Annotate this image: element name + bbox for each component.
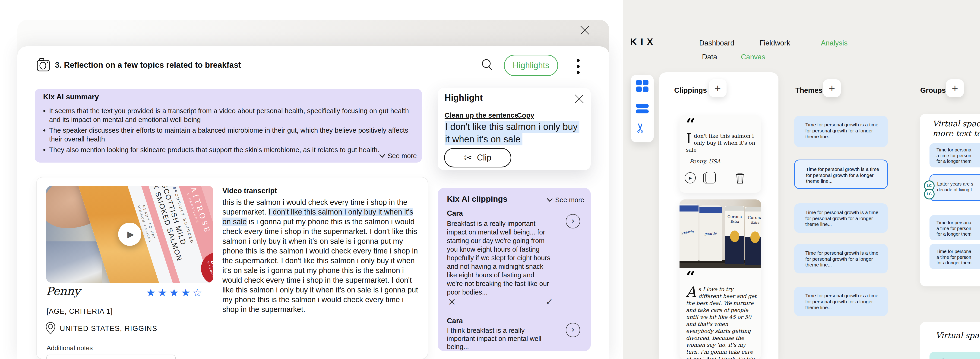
trash-icon[interactable] [735,172,745,184]
play-clip-button[interactable]: ▶ [685,172,696,183]
groups-column-title: Groups [920,86,946,95]
highlights-button[interactable]: Highlights [504,55,558,76]
copy-quote-icon[interactable] [703,173,713,183]
package-photo-background [46,241,102,283]
quote-icon: “ [686,269,694,285]
group-theme-item-selected[interactable]: Latter years are s decade of living f [929,174,980,201]
group-card: Virtual spaces Latter... [920,322,980,359]
summary-bullet: It seems that the text you provided is a… [49,107,415,124]
star-filled-icon: ★ [146,286,158,299]
chevron-down-icon [547,198,553,202]
plus-icon: + [715,82,721,94]
group-title: Virtual spaces [935,331,980,340]
scissors-icon: ✂ [464,152,472,163]
additional-notes-input[interactable] [46,354,176,359]
add-group-button[interactable]: + [946,79,964,97]
beer-shelf-photo: gaarde gaarde Corona Extra Corona Extra [679,199,761,268]
clean-up-sentence-link[interactable]: Clean up the sentence [445,111,518,119]
participant-name: Penny [46,284,80,298]
canvas-toolbar: ✂ [631,75,654,142]
location-pin-icon [45,322,56,335]
camera-icon [36,58,51,72]
selected-text-line1: I don't like this salmon i only buy [445,121,579,132]
clippings-column-title: Clippings [674,86,707,95]
star-empty-icon: ☆ [192,286,204,299]
group-card: Virtual spaces more text to ex Time for … [920,113,980,286]
group-theme-item[interactable]: Time for persona a time for person for a… [929,244,980,269]
reflection-modal: 3. Reflection on a few topics related to… [18,46,609,359]
group-theme-item[interactable]: Time for persona a time for person for a… [929,143,980,168]
search-icon[interactable] [480,57,494,72]
summary-bullet: They also mention looking for skincare p… [49,145,415,154]
nav-canvas[interactable]: Canvas [741,53,765,61]
transcript-text[interactable]: this is the salmon i would check every t… [223,197,421,314]
popup-title: Highlight [445,93,483,103]
arrow-right-icon: › [571,216,574,227]
clip-button[interactable]: ✂ Clip [444,148,511,168]
close-icon[interactable] [574,93,585,104]
clipping-photo-card[interactable]: gaarde gaarde Corona Extra Corona Extra [679,199,761,359]
star-filled-icon: ★ [169,286,181,299]
theme-card[interactable]: Time for personal growth is a time for p… [794,244,888,273]
kix-logo: KIX [630,37,657,47]
video-thumbnail[interactable]: WAITROSE & PARTNERS RESPONSIBLY SOURCED … [46,186,213,283]
nav-analysis[interactable]: Analysis [821,39,848,47]
participant-criteria: [AGE, CRITERIA 1] [46,307,113,316]
clipping-quote-text: As I love to try different beer and get … [686,286,757,359]
kix-ai-clippings-panel: Kix AI clippings See more Cara Breakfast… [438,188,591,351]
group-theme-item-cyan[interactable]: Latter... [929,352,980,359]
close-icon[interactable] [579,24,591,36]
screenshot-root: 3. Reflection on a few topics related to… [0,0,980,359]
theme-card[interactable]: Time for personal growth is a time for p… [794,287,888,316]
rating-stars[interactable]: ★★★★☆ [146,286,204,299]
participant-media-card: WAITROSE & PARTNERS RESPONSIBLY SOURCED … [36,177,428,359]
clipping-quote-card[interactable]: “ Idon't like this salmon i only buy it … [679,115,761,193]
kix-ai-summary-panel: Kix AI summary It seems that the text yo… [35,89,422,163]
chevron-down-icon [379,154,385,158]
play-icon: ▶ [688,176,692,180]
plus-icon: + [952,82,958,94]
add-clipping-button[interactable]: + [709,79,727,97]
arrow-right-icon: › [571,325,574,335]
additional-notes-label: Additional notes [46,345,93,352]
theme-card[interactable]: Time for personal growth is a time for p… [794,116,888,147]
summary-bullet-list: It seems that the text you provided is a… [49,107,415,156]
participant-location: UNITED STATES, RIGGINS [60,324,157,333]
kebab-menu-icon[interactable] [576,59,580,78]
open-clipping-button[interactable]: › [566,323,580,337]
ai-clippings-see-more[interactable]: See more [547,196,584,204]
star-filled-icon: ★ [158,286,169,299]
clipping-card-actions: ▶ [685,172,756,184]
quote-icon: “ [686,116,694,132]
open-clipping-button[interactable]: › [566,214,580,228]
theme-card[interactable]: Time for personal growth is a time for p… [794,203,888,233]
summary-title: Kix AI summary [43,93,99,101]
nav-fieldwork[interactable]: Fieldwork [759,39,790,47]
star-filled-icon: ★ [181,286,192,299]
copy-link[interactable]: Copy [517,111,534,119]
highlight-popup: Highlight Clean up the sentence Copy I d… [438,88,591,170]
ai-clippings-title: Kix AI clippings [447,194,508,204]
transcript-label: Video transcript [223,187,277,195]
clipping-attribution: - Penny, USA [686,158,721,164]
plus-icon: + [829,82,835,94]
beer-left-label: gaarde [679,230,698,235]
summary-see-more[interactable]: See more [379,152,417,160]
nav-dashboard[interactable]: Dashboard [699,39,734,47]
beer-right-label: Corona [725,214,745,219]
summary-bullet: The speaker discusses their efforts to m… [49,126,415,144]
accept-clipping-icon[interactable]: ✓ [546,297,553,307]
list-view-icon[interactable] [636,104,649,115]
nav-data[interactable]: Data [702,53,717,61]
collaborator-badge[interactable]: LC [924,189,935,199]
add-theme-button[interactable]: + [823,79,841,97]
group-theme-item[interactable]: Time for persona a time for person for a… [929,215,980,240]
kix-canvas-app: KIX Dashboard Fieldwork Analysis Data Ca… [623,0,980,359]
theme-card-selected[interactable]: Time for personal growth is a time for p… [794,160,888,189]
dismiss-clipping-icon[interactable]: × [448,296,456,307]
clipping-quote-text: Idon't like this salmon i only buy it wh… [686,132,756,153]
play-button[interactable]: ▶ [118,223,141,246]
scissors-tool-icon[interactable]: ✂ [633,123,648,133]
group-title: Virtual spaces more text to ex [932,119,980,138]
grid-view-icon[interactable] [636,80,649,92]
